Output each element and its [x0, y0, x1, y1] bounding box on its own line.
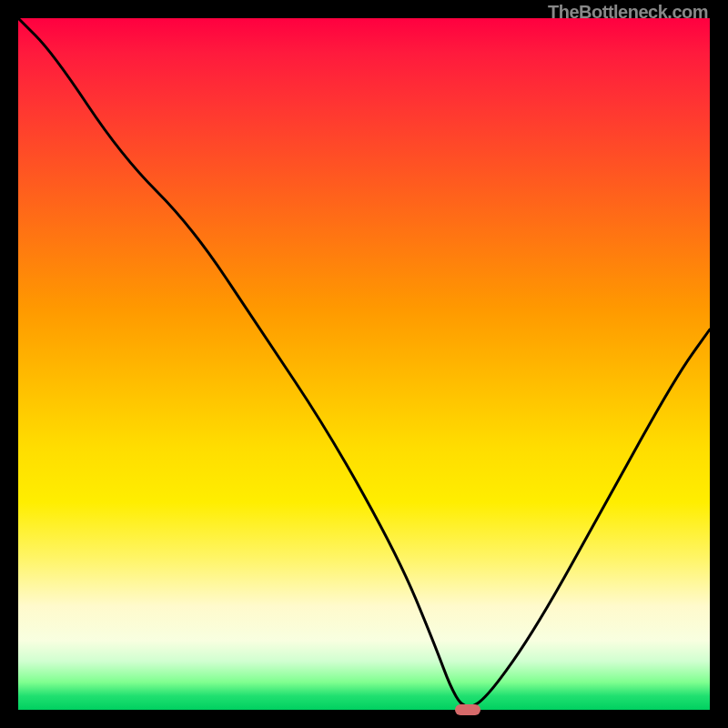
optimal-marker [455, 704, 480, 715]
chart-container: TheBottleneck.com [0, 0, 728, 728]
watermark-text: TheBottleneck.com [548, 2, 708, 23]
bottleneck-curve [18, 18, 710, 710]
plot-area [18, 18, 710, 710]
